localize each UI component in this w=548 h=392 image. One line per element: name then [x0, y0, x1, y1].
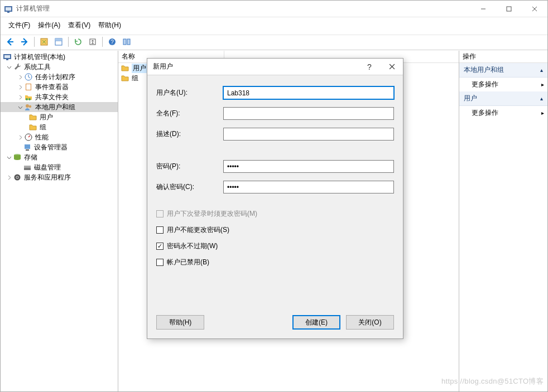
tree-shared-folders-label: 共享文件夹: [34, 93, 70, 102]
menu-view[interactable]: 查看(V): [65, 20, 94, 31]
collapse-icon: ▴: [540, 95, 543, 101]
password-field[interactable]: [223, 160, 394, 173]
tree-local-users-groups-label: 本地用户和组: [34, 103, 76, 112]
folder-icon: [121, 74, 129, 83]
chevron-right-icon[interactable]: [17, 74, 23, 80]
checkbox-never-expires[interactable]: ✓ 密码永不过期(W): [156, 241, 394, 251]
tree-system-tools[interactable]: 系统工具: [1, 62, 118, 72]
dialog-help-button[interactable]: ?: [358, 59, 381, 75]
tree-event-viewer[interactable]: 事件查看器: [1, 82, 118, 92]
svg-rect-23: [26, 84, 31, 90]
actions-item-more-0[interactable]: 更多操作 ▸: [459, 78, 547, 91]
dialog-titlebar[interactable]: 新用户 ?: [147, 59, 403, 75]
close-button[interactable]: 关闭(O): [346, 315, 394, 330]
toolbar-export-button[interactable]: [86, 36, 99, 47]
svg-rect-33: [24, 166, 31, 168]
list-label-users: 用户: [132, 64, 147, 73]
svg-rect-29: [25, 144, 30, 149]
checkbox-account-disabled[interactable]: 帐户已禁用(B): [156, 258, 394, 267]
tree-local-users-groups[interactable]: 本地用户和组: [1, 102, 118, 112]
tree-device-manager[interactable]: 设备管理器: [1, 142, 118, 152]
svg-point-27: [29, 105, 31, 108]
nav-forward-button[interactable]: [18, 36, 31, 47]
tree-system-tools-label: 系统工具: [23, 62, 52, 72]
toolbar: ?: [1, 35, 547, 50]
checkbox-icon: [156, 210, 164, 217]
chevron-right-icon[interactable]: [17, 94, 23, 100]
toolbar-help-button[interactable]: ?: [106, 36, 118, 47]
actions-header: 操作: [459, 51, 547, 63]
clock-icon: [24, 72, 33, 81]
folder-icon: [28, 113, 37, 122]
label-username: 用户名(U):: [156, 88, 223, 98]
label-confirm-password: 确认密码(C):: [156, 182, 223, 192]
toolbar-properties-button[interactable]: [52, 36, 65, 47]
tree-shared-folders[interactable]: 共享文件夹: [1, 92, 118, 102]
chevron-right-icon[interactable]: [17, 134, 23, 140]
storage-icon: [13, 153, 22, 162]
toolbar-showhide-button[interactable]: [121, 36, 133, 47]
tree-performance[interactable]: 性能: [1, 132, 118, 142]
actions-item-label-1: 更多操作: [472, 108, 498, 118]
actions-item-label-0: 更多操作: [472, 80, 498, 89]
actions-item-more-1[interactable]: 更多操作 ▸: [459, 106, 547, 120]
dialog-title: 新用户: [147, 62, 173, 71]
checkbox-must-change: 用户下次登录时须更改密码(M): [156, 209, 394, 219]
tree-disk-management-label: 磁盘管理: [33, 163, 62, 172]
menu-file[interactable]: 文件(F): [5, 20, 33, 31]
nav-tree[interactable]: 计算机管理(本地) 系统工具 任务计划程序 事件查看器: [1, 51, 118, 182]
fullname-field[interactable]: [223, 107, 394, 120]
chevron-down-icon[interactable]: [6, 154, 12, 160]
tree-task-scheduler-label: 任务计划程序: [34, 72, 76, 82]
minimize-button[interactable]: [470, 1, 496, 17]
tree-users[interactable]: 用户: [1, 112, 118, 122]
svg-rect-12: [55, 38, 62, 41]
dialog-close-button[interactable]: [381, 59, 403, 75]
svg-rect-1: [6, 7, 11, 11]
username-field[interactable]: [223, 86, 394, 99]
checkbox-never-expires-label: 密码永不过期(W): [167, 241, 218, 251]
tree-event-viewer-label: 事件查看器: [34, 83, 70, 92]
tree-groups-label: 组: [39, 123, 47, 132]
maximize-button[interactable]: [496, 1, 522, 17]
disk-icon: [23, 163, 32, 172]
svg-rect-32: [24, 168, 31, 170]
submenu-icon: ▸: [541, 81, 544, 88]
confirm-password-field[interactable]: [223, 181, 394, 193]
users-icon: [24, 103, 33, 112]
description-field[interactable]: [223, 128, 394, 141]
help-button[interactable]: 帮助(H): [156, 315, 204, 330]
window-title: 计算机管理: [16, 4, 50, 13]
tree-storage[interactable]: 存储: [1, 152, 118, 162]
actions-section-users[interactable]: 用户 ▴: [459, 91, 547, 106]
chevron-down-icon[interactable]: [17, 104, 23, 110]
chevron-right-icon[interactable]: [6, 175, 12, 180]
tree-root[interactable]: 计算机管理(本地): [1, 52, 118, 62]
close-button[interactable]: [522, 1, 547, 17]
nav-back-button[interactable]: [4, 36, 16, 47]
tree-services-apps[interactable]: 服务和应用程序: [1, 172, 118, 182]
chevron-down-icon[interactable]: [6, 64, 12, 70]
menubar: 文件(F) 操作(A) 查看(V) 帮助(H): [1, 17, 547, 35]
create-button[interactable]: 创建(E): [292, 315, 340, 330]
computer-icon: [3, 52, 12, 61]
tree-groups[interactable]: 组: [1, 122, 118, 132]
tree-storage-label: 存储: [23, 153, 39, 162]
label-fullname: 全名(F):: [156, 109, 223, 118]
toolbar-refresh-button[interactable]: [72, 36, 84, 47]
actions-section-title-1: 用户: [464, 94, 477, 103]
svg-rect-17: [127, 39, 130, 45]
chevron-right-icon[interactable]: [17, 84, 23, 90]
folder-icon: [28, 123, 37, 132]
menu-help[interactable]: 帮助(H): [95, 20, 124, 31]
tree-disk-management[interactable]: 磁盘管理: [1, 162, 118, 172]
toolbar-new-button[interactable]: [38, 36, 50, 47]
tree-task-scheduler[interactable]: 任务计划程序: [1, 72, 118, 82]
svg-rect-30: [26, 149, 29, 151]
tree-users-label: 用户: [39, 113, 54, 122]
actions-section-local-users-groups[interactable]: 本地用户和组 ▴: [459, 63, 547, 78]
menu-action[interactable]: 操作(A): [35, 20, 64, 31]
tree-root-label: 计算机管理(本地): [13, 52, 66, 62]
checkbox-cannot-change[interactable]: 用户不能更改密码(S): [156, 225, 394, 235]
new-user-dialog: 新用户 ? 用户名(U): 全名(F): 描述(D): 密码(P): 确认密码(…: [147, 58, 403, 339]
